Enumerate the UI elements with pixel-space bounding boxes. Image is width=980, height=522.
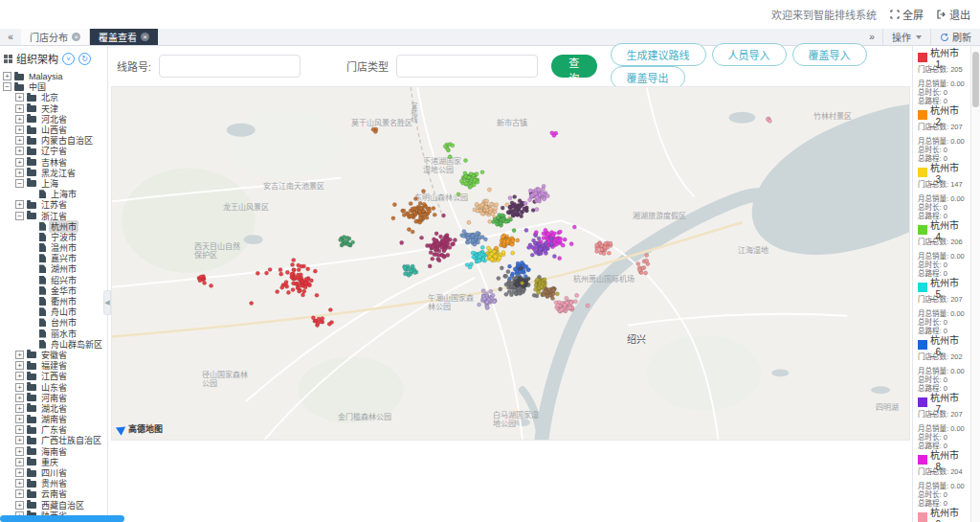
tree-node-label: Malaysia [27,72,65,81]
collapse-icon[interactable]: − [3,82,11,91]
expand-icon[interactable]: + [15,479,24,488]
folder-icon [27,427,36,434]
route-sales: 月总销量: 0.00 [918,422,968,431]
store-type-input[interactable] [396,55,538,78]
route-legend-item[interactable]: 杭州市_5 门店总数: 207 月总销量: 0.00 总时长: 0 总路程: 0 [918,281,968,333]
route-stores: 门店总数: 205 [918,63,968,72]
org-grid-icon [4,55,12,63]
expand-icon[interactable]: + [15,447,24,456]
window-scrollbar-thumb[interactable] [972,52,979,107]
fullscreen-button[interactable]: 全屏 [890,7,924,22]
folder-icon [27,105,36,112]
tab-close-icon[interactable]: × [141,33,149,41]
route-color-swatch [918,168,927,177]
content-panel: 线路号: 门店类型 查询 生成建议路线人员导入覆盖导入覆盖导出 [109,46,912,522]
tree-node-浙江省[interactable]: −浙江省 [0,210,107,220]
tabs-scroll-left-icon[interactable]: « [0,29,21,45]
document-icon [39,318,46,327]
expand-icon[interactable]: + [15,361,24,370]
route-legend-item[interactable]: 杭州市_4 门店总数: 206 月总销量: 0.00 总时长: 0 总路程: 0 [918,223,968,276]
document-icon [39,329,46,338]
route-stores: 门店总数: 207 [918,408,968,417]
route-color-swatch [918,53,927,62]
expand-icon[interactable]: + [15,125,24,134]
document-icon [39,307,46,316]
amap-logo-icon [116,422,128,435]
route-color-swatch [918,512,927,522]
expand-icon[interactable]: + [15,501,24,510]
expand-icon[interactable]: + [15,415,24,423]
expand-icon[interactable]: + [3,72,11,80]
route-stores: 门店总数: 202 [918,351,968,359]
route-stores: 门店总数: 207 [918,293,968,302]
route-sales: 月总销量: 0.00 [918,365,968,374]
toolbar-button-覆盖导入[interactable]: 覆盖导入 [792,43,867,66]
org-sidebar-header: 组织架构 ˅ ↻ [0,46,107,71]
route-sales: 月总销量: 0.00 [918,307,968,316]
expand-icon[interactable]: + [15,394,24,402]
route-legend-item[interactable]: 杭州市_6 门店总数: 202 月总销量: 0.00 总时长: 0 总路程: 0 [918,338,968,391]
tab-close-icon[interactable]: × [72,33,80,41]
route-legend-item[interactable]: 杭州市_7 门店总数: 207 月总销量: 0.00 总时长: 0 总路程: 0 [918,396,968,448]
main-region: 组织架构 ˅ ↻ +Malaysia−中国+北京+天津+河北省+山西省+内蒙古自… [0,46,980,522]
route-sales: 月总销量: 0.00 [918,480,968,488]
query-button[interactable]: 查询 [551,55,597,78]
route-no-input[interactable] [159,55,301,78]
document-icon [39,264,46,273]
folder-icon [27,202,36,209]
folder-icon [27,448,36,455]
collapse-icon[interactable]: − [15,179,24,188]
expand-icon[interactable]: + [15,351,24,359]
expand-icon[interactable]: + [15,425,24,434]
folder-icon [27,116,36,123]
folder-icon [27,395,36,401]
route-legend-item[interactable]: 杭州市_2 门店总数: 207 月总销量: 0.00 总时长: 0 总路程: 0 [918,108,968,161]
folder-icon [27,481,36,488]
tab-覆盖查看[interactable]: 覆盖查看 × [90,29,158,45]
collapse-all-button[interactable]: ˅ [62,53,75,65]
toolbar-button-生成建议路线[interactable]: 生成建议路线 [611,43,706,66]
expand-icon[interactable]: + [15,200,24,209]
tree-refresh-button[interactable]: ↻ [78,53,91,65]
collapse-icon[interactable]: − [15,212,24,220]
tree-node-Malaysia[interactable]: +Malaysia [0,71,107,81]
expand-icon[interactable]: + [15,104,24,113]
route-legend-item[interactable]: 杭州市_3 门店总数: 147 月总销量: 0.00 总时长: 0 总路程: 0 [918,166,968,218]
route-stores: 门店总数: 204 [918,465,968,474]
expand-icon[interactable]: + [15,147,24,155]
expand-icon[interactable]: + [15,136,24,145]
route-sales: 月总销量: 0.00 [918,78,968,86]
expand-icon[interactable]: + [15,489,24,498]
expand-icon[interactable]: + [15,404,24,413]
expand-icon[interactable]: + [15,468,24,477]
expand-icon[interactable]: + [15,458,24,466]
route-legend-item[interactable]: 杭州市_9 [918,511,968,522]
store-type-label: 门店类型 [346,58,389,74]
folder-icon [27,159,36,166]
horizontal-scrollbar-thumb[interactable] [0,515,124,522]
map-canvas[interactable]: 莫干山风景名胜区新市古镇竹林村景区宣杭线下渚湖国家湿地公园安吉江南天池景区龙王山… [111,86,910,441]
expand-icon[interactable]: + [15,436,24,444]
tab-门店分布[interactable]: 门店分布 × [21,29,90,45]
folder-icon [27,374,36,380]
sidebar-collapse-handle[interactable]: ◀ [103,290,111,315]
logout-button[interactable]: 退出 [937,7,970,22]
folder-icon [27,95,36,102]
folder-icon [27,170,36,176]
document-icon [39,297,46,306]
route-legend-item[interactable]: 杭州市_8 门店总数: 204 月总销量: 0.00 总时长: 0 总路程: 0 [918,453,968,506]
folder-icon [14,84,24,91]
route-no-label: 线路号: [117,58,151,74]
expand-icon[interactable]: + [15,169,24,177]
expand-icon[interactable]: + [15,93,24,102]
refresh-button[interactable]: 刷新 [931,29,980,45]
route-legend-item[interactable]: 杭州市_1 门店总数: 205 月总销量: 0.00 总时长: 0 总路程: 0 [918,51,968,103]
expand-icon[interactable]: + [15,115,24,124]
org-title: 组织架构 [16,51,58,66]
toolbar-button-人员导入[interactable]: 人员导入 [712,43,787,66]
tabs-scroll-right-icon[interactable]: » [861,32,882,42]
expand-icon[interactable]: + [15,158,24,167]
window-scrollbar[interactable] [970,46,980,522]
expand-icon[interactable]: + [15,383,24,392]
expand-icon[interactable]: + [15,372,24,380]
